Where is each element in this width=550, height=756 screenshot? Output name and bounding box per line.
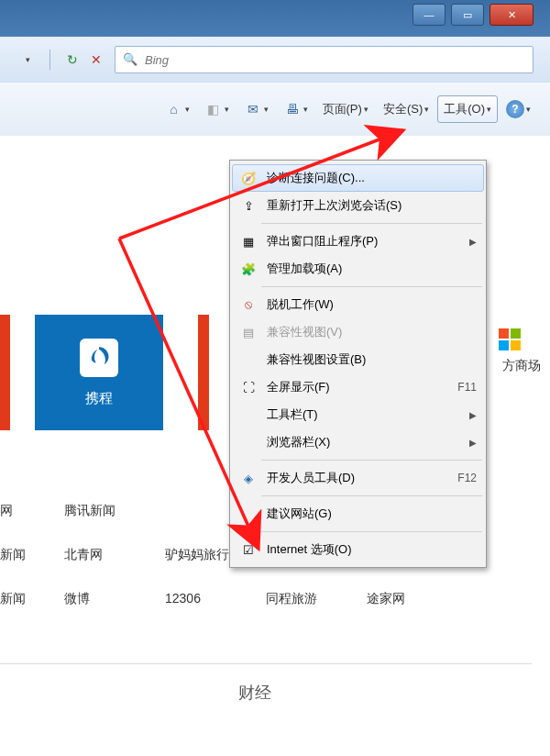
internet-options-icon: ☑ <box>239 542 258 557</box>
microsoft-logo-icon <box>499 328 521 350</box>
ctrip-logo-icon <box>80 339 118 377</box>
finance-heading: 财经 <box>238 682 271 704</box>
search-box[interactable]: 🔍 <box>115 46 534 73</box>
rss-icon: ◧ <box>204 100 223 118</box>
print-icon: 🖶 <box>283 100 302 118</box>
menu-label: 诊断连接问题(C)... <box>267 170 477 186</box>
menu-toolbars[interactable]: 工具栏(T) ▶ <box>232 401 484 428</box>
mail-button[interactable]: ✉▾ <box>237 95 275 123</box>
address-bar-row: ▾ ↻ ✕ 🔍 <box>0 37 550 83</box>
menu-label: 重新打开上次浏览会话(S) <box>267 197 477 214</box>
menu-label: 兼容性视图设置(B) <box>267 351 477 368</box>
menu-compat-settings[interactable]: 兼容性视图设置(B) <box>232 346 484 373</box>
tile-red-right <box>198 315 209 430</box>
link[interactable]: 途家网 <box>367 591 477 607</box>
addons-icon: 🧩 <box>239 261 258 276</box>
home-icon: ⌂ <box>165 100 183 118</box>
command-bar: ⌂▾ ◧▾ ✉▾ 🖶▾ 页面(P) ▾ 安全(S) ▾ 工具(O) ▾ ?▾ <box>0 83 550 137</box>
print-button[interactable]: 🖶▾ <box>277 95 314 123</box>
menu-fullscreen[interactable]: ⛶ 全屏显示(F) F11 <box>232 373 484 401</box>
menu-shortcut: F12 <box>457 472 477 484</box>
window-maximize-button[interactable]: ▭ <box>451 4 484 26</box>
page-menu[interactable]: 页面(P) ▾ <box>316 95 375 123</box>
ctrip-tile[interactable]: 携程 <box>35 315 163 430</box>
menu-separator <box>261 286 482 287</box>
window-close-button[interactable]: ✕ <box>490 4 534 26</box>
compat-icon: ▤ <box>239 325 258 339</box>
link[interactable]: 微博 <box>64 591 165 607</box>
menu-separator <box>261 531 482 532</box>
menu-label: 开发人员工具(D) <box>267 470 448 486</box>
search-input[interactable] <box>143 52 525 68</box>
submenu-arrow-icon: ▶ <box>469 410 477 420</box>
link[interactable]: 新闻 <box>0 547 64 563</box>
devtools-icon: ◈ <box>239 471 258 485</box>
tools-menu[interactable]: 工具(O) ▾ <box>437 95 498 123</box>
tools-menu-label: 工具(O) <box>444 101 485 117</box>
home-button[interactable]: ⌂▾ <box>159 95 196 123</box>
menu-label: 管理加载项(A) <box>267 261 477 277</box>
menu-manage-addons[interactable]: 🧩 管理加载项(A) <box>232 255 484 283</box>
menu-label: 脱机工作(W) <box>267 296 477 313</box>
menu-label: 工具栏(T) <box>267 406 469 423</box>
safety-menu[interactable]: 安全(S) ▾ <box>377 95 435 123</box>
menu-label: 全屏显示(F) <box>267 379 448 395</box>
mail-icon: ✉ <box>244 100 262 118</box>
menu-label: 建议网站(G) <box>267 506 477 522</box>
menu-explorer-bars[interactable]: 浏览器栏(X) ▶ <box>232 428 484 456</box>
menu-internet-options[interactable]: ☑ Internet 选项(O) <box>232 536 484 563</box>
link[interactable]: 12306 <box>165 591 266 607</box>
menu-popup-blocker[interactable]: ▦ 弹出窗口阻止程序(P) ▶ <box>232 228 484 255</box>
link[interactable]: 新闻 <box>0 591 64 607</box>
menu-reopen-session[interactable]: ⇪ 重新打开上次浏览会话(S) <box>232 192 484 219</box>
stop-icon[interactable]: ✕ <box>87 50 105 69</box>
link[interactable]: 同程旅游 <box>266 591 367 607</box>
menu-shortcut: F11 <box>457 381 477 394</box>
window-minimize-button[interactable]: — <box>412 4 446 26</box>
menu-separator <box>261 460 482 461</box>
tile-red-left <box>0 315 10 430</box>
help-button[interactable]: ?▾ <box>500 95 537 123</box>
ctrip-tile-label: 携程 <box>85 390 113 407</box>
page-menu-label: 页面(P) <box>323 101 362 117</box>
address-dropdown[interactable]: ▾ <box>18 50 37 69</box>
search-icon: 🔍 <box>123 52 138 67</box>
safety-menu-label: 安全(S) <box>383 101 423 117</box>
menu-diagnose[interactable]: 🧭 诊断连接问题(C)... <box>232 164 484 192</box>
menu-work-offline[interactable]: ⦸ 脱机工作(W) <box>232 291 484 318</box>
menu-label: Internet 选项(O) <box>267 541 477 558</box>
submenu-arrow-icon: ▶ <box>469 438 477 448</box>
menu-label: 弹出窗口阻止程序(P) <box>267 233 469 250</box>
menu-label: 浏览器栏(X) <box>267 434 469 450</box>
menu-separator <box>261 223 482 224</box>
reopen-icon: ⇪ <box>239 198 258 213</box>
submenu-arrow-icon: ▶ <box>469 237 477 247</box>
menu-label: 兼容性视图(V) <box>267 324 477 340</box>
feeds-button[interactable]: ◧▾ <box>198 95 236 123</box>
popup-icon: ▦ <box>239 234 258 249</box>
window-titlebar: — ▭ ✕ <box>0 0 550 38</box>
tools-dropdown-menu: 🧭 诊断连接问题(C)... ⇪ 重新打开上次浏览会话(S) ▦ 弹出窗口阻止程… <box>229 160 487 568</box>
link[interactable]: 腾讯新闻 <box>64 503 165 519</box>
menu-suggested-sites[interactable]: 建议网站(G) <box>232 500 484 528</box>
separator <box>0 663 532 664</box>
microsoft-store-text: 方商场 <box>502 358 541 374</box>
menu-compat-view: ▤ 兼容性视图(V) <box>232 318 484 346</box>
menu-devtools[interactable]: ◈ 开发人员工具(D) F12 <box>232 464 484 492</box>
help-icon: ? <box>506 100 524 118</box>
menu-separator <box>261 495 482 496</box>
diagnose-icon: 🧭 <box>239 171 258 185</box>
refresh-icon[interactable]: ↻ <box>63 50 82 69</box>
link[interactable]: 北青网 <box>64 547 165 563</box>
fullscreen-icon: ⛶ <box>239 380 258 395</box>
link[interactable]: 网 <box>0 503 64 519</box>
offline-icon: ⦸ <box>239 297 258 312</box>
